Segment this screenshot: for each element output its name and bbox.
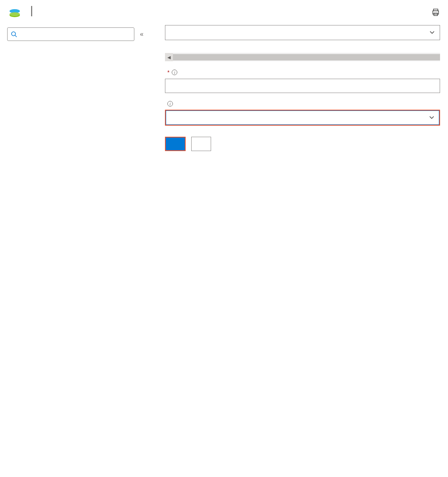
disk-sku-dropdown[interactable] — [165, 25, 440, 40]
page-header: | — [0, 0, 448, 25]
info-icon[interactable]: i — [167, 101, 173, 107]
svg-point-2 — [10, 12, 20, 16]
performance-tier-label: i — [165, 101, 440, 107]
discard-button[interactable] — [191, 137, 211, 151]
custom-size-input[interactable] — [165, 79, 440, 93]
col-size[interactable] — [165, 42, 257, 53]
chevron-down-icon — [429, 114, 434, 121]
page-title: | — [27, 4, 36, 17]
performance-tier-dropdown[interactable] — [165, 110, 440, 126]
custom-size-label: * i — [165, 69, 440, 76]
collapse-sidebar-icon[interactable]: « — [138, 29, 145, 39]
scroll-left-arrow[interactable]: ◀ — [165, 53, 173, 61]
sidebar-search[interactable] — [7, 27, 134, 41]
search-input[interactable] — [17, 31, 131, 37]
horizontal-scrollbar[interactable]: ◀ — [165, 53, 440, 61]
col-tier[interactable] — [257, 42, 349, 53]
disk-resource-icon — [8, 6, 21, 21]
svg-line-7 — [15, 35, 17, 37]
col-iops[interactable] — [348, 42, 440, 53]
chevron-down-icon — [429, 29, 435, 36]
print-icon[interactable] — [431, 8, 440, 18]
resize-button[interactable] — [165, 137, 186, 151]
info-icon[interactable]: i — [172, 70, 177, 75]
sidebar: « — [0, 25, 157, 163]
size-table — [165, 42, 440, 53]
main-panel: ◀ * i i — [157, 25, 448, 163]
svg-point-6 — [12, 32, 16, 36]
scrollbar-thumb[interactable] — [173, 54, 440, 60]
search-icon — [11, 31, 17, 37]
